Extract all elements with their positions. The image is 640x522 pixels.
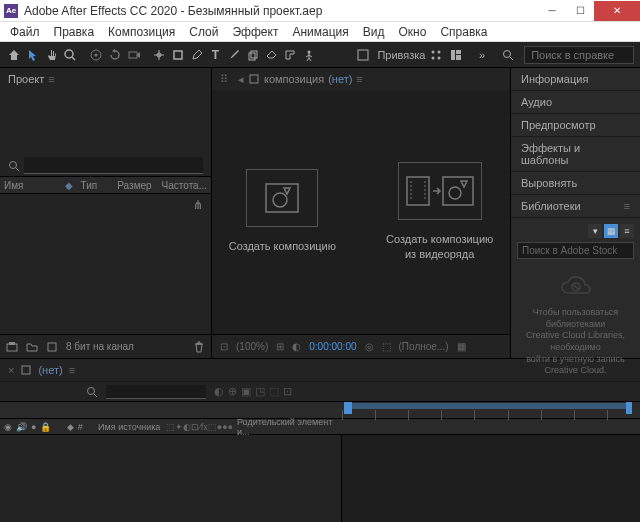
menu-view[interactable]: Вид	[357, 23, 391, 41]
speaker-col-icon[interactable]: 🔊	[16, 422, 27, 432]
panel-grip-icon[interactable]: ⠿	[220, 73, 228, 86]
interpret-icon[interactable]	[6, 341, 18, 353]
label-col-icon[interactable]: ◆	[67, 422, 74, 432]
maximize-button[interactable]: ☐	[566, 1, 594, 21]
switches-icons[interactable]: ⬚✦◐⊡∕fx⬚●●●	[166, 422, 233, 432]
panel-libraries[interactable]: Библиотеки≡	[511, 195, 640, 218]
window-titlebar: Ae Adobe After Effects CC 2020 - Безымян…	[0, 0, 640, 22]
menubar: Файл Правка Композиция Слой Эффект Анима…	[0, 22, 640, 42]
zoom-icon[interactable]: ⊡	[220, 341, 228, 352]
menu-composition[interactable]: Композиция	[102, 23, 181, 41]
timeline-search-input[interactable]	[106, 385, 206, 399]
panel-menu-icon[interactable]: ≡	[48, 73, 54, 85]
tl-tool-icon[interactable]: ⊡	[283, 385, 292, 398]
panel-info[interactable]: Информация	[511, 68, 640, 91]
source-name-col[interactable]: Имя источника	[98, 422, 162, 432]
anchor-tool-icon[interactable]	[151, 45, 168, 65]
clone-tool-icon[interactable]	[244, 45, 261, 65]
menu-help[interactable]: Справка	[434, 23, 493, 41]
tl-tool-icon[interactable]: ◐	[214, 385, 224, 398]
menu-edit[interactable]: Правка	[48, 23, 101, 41]
workspace-menu-icon[interactable]: »	[472, 45, 492, 65]
create-composition-tile[interactable]: Создать композицию	[229, 169, 336, 254]
panel-menu-icon[interactable]: ≡	[624, 200, 630, 212]
lib-list-view-icon[interactable]: ≡	[620, 224, 634, 238]
panel-menu-icon[interactable]: ≡	[356, 73, 362, 85]
col-type[interactable]: Тип	[81, 180, 110, 191]
panel-preview[interactable]: Предпросмотр	[511, 114, 640, 137]
label-color-icon[interactable]: ◆	[65, 180, 73, 191]
timeline-tab-none[interactable]: (нет)	[38, 364, 62, 376]
create-from-footage-tile[interactable]: Создать композицию из видеоряда	[386, 162, 493, 263]
roto-tool-icon[interactable]	[282, 45, 299, 65]
rotate-tool-icon[interactable]	[107, 45, 124, 65]
time-value[interactable]: 0:00:00:00	[309, 341, 356, 352]
eye-col-icon[interactable]: ◉	[4, 422, 12, 432]
panel-align[interactable]: Выровнять	[511, 172, 640, 195]
lib-search-input[interactable]: Поиск в Adobe Stock	[517, 242, 634, 259]
3d-icon[interactable]: ⬚	[382, 341, 391, 352]
svg-point-3	[95, 53, 98, 56]
text-tool-icon[interactable]: T	[207, 45, 224, 65]
col-name[interactable]: Имя	[4, 180, 57, 191]
lib-grid-view-icon[interactable]: ▦	[604, 224, 618, 238]
parent-col[interactable]: Родительский элемент и...	[237, 417, 338, 437]
workspace-icon[interactable]	[446, 45, 466, 65]
shape-tool-icon[interactable]	[170, 45, 187, 65]
work-area-bar[interactable]	[344, 403, 632, 409]
menu-layer[interactable]: Слой	[183, 23, 224, 41]
close-button[interactable]: ✕	[594, 1, 640, 21]
camera-tool-icon[interactable]	[125, 45, 142, 65]
eraser-tool-icon[interactable]	[263, 45, 280, 65]
camera-icon[interactable]: ◎	[365, 341, 374, 352]
timeline-layer-list[interactable]	[0, 435, 342, 522]
pen-tool-icon[interactable]	[188, 45, 205, 65]
minimize-button[interactable]: ─	[538, 1, 566, 21]
grid-icon[interactable]: ⊞	[276, 341, 284, 352]
lib-dropdown-icon[interactable]: ▾	[588, 224, 602, 238]
svg-point-43	[88, 387, 95, 394]
tl-tool-icon[interactable]: ◳	[255, 385, 265, 398]
brush-tool-icon[interactable]	[226, 45, 243, 65]
project-item-list[interactable]: ⋔	[0, 194, 211, 334]
mask-icon[interactable]: ◐	[292, 341, 301, 352]
zoom-value[interactable]: (100%)	[236, 341, 268, 352]
tl-tool-icon[interactable]: ⊕	[228, 385, 237, 398]
index-col[interactable]: #	[78, 422, 83, 432]
comp-tab-chevron-icon[interactable]: ◂	[238, 73, 244, 86]
snap-checkbox[interactable]	[355, 45, 372, 65]
trash-icon[interactable]	[193, 341, 205, 353]
puppet-tool-icon[interactable]	[301, 45, 318, 65]
hand-tool-icon[interactable]	[43, 45, 60, 65]
menu-effect[interactable]: Эффект	[226, 23, 284, 41]
menu-file[interactable]: Файл	[4, 23, 46, 41]
panel-effects[interactable]: Эффекты и шаблоны	[511, 137, 640, 172]
lock-col-icon[interactable]: 🔒	[40, 422, 51, 432]
menu-window[interactable]: Окно	[392, 23, 432, 41]
timeline-tracks-area[interactable]	[342, 435, 640, 522]
tl-tool-icon[interactable]: ⬚	[269, 385, 279, 398]
view-icon[interactable]: ▦	[457, 341, 466, 352]
project-search-input[interactable]	[24, 157, 203, 174]
panel-audio[interactable]: Аудио	[511, 91, 640, 114]
menu-animation[interactable]: Анимация	[286, 23, 354, 41]
col-freq[interactable]: Частота...	[162, 180, 207, 191]
orbit-tool-icon[interactable]	[88, 45, 105, 65]
resolution-value[interactable]: (Полное...)	[399, 341, 449, 352]
timeline-tab-close-icon[interactable]: ×	[8, 364, 14, 376]
panel-menu-icon[interactable]: ≡	[69, 364, 75, 376]
help-search-input[interactable]	[524, 46, 634, 64]
selection-tool-icon[interactable]	[25, 45, 42, 65]
tl-tool-icon[interactable]: ▣	[241, 385, 251, 398]
snap-options-icon[interactable]	[427, 45, 444, 65]
home-tool-icon[interactable]	[6, 45, 23, 65]
window-title: Adobe After Effects CC 2020 - Безымянный…	[24, 4, 322, 18]
new-comp-icon[interactable]	[46, 341, 58, 353]
bpc-label[interactable]: 8 бит на канал	[66, 341, 134, 352]
timeline-ruler[interactable]	[342, 402, 640, 418]
zoom-tool-icon[interactable]	[62, 45, 79, 65]
solo-col-icon[interactable]: ●	[31, 422, 36, 432]
flowchart-icon[interactable]: ⋔	[193, 198, 203, 212]
col-size[interactable]: Размер	[117, 180, 153, 191]
new-folder-icon[interactable]	[26, 341, 38, 353]
